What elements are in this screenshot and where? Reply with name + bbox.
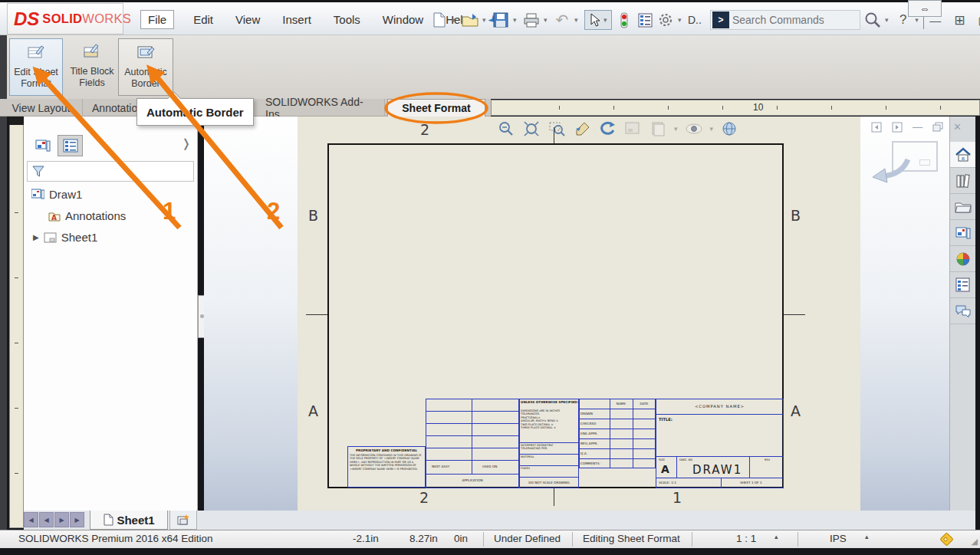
- first-sheet-button[interactable]: ◀: [24, 512, 38, 527]
- menu-insert[interactable]: Insert: [279, 11, 314, 28]
- undo-icon[interactable]: ↶: [554, 11, 571, 28]
- save-icon[interactable]: [492, 11, 509, 28]
- horizontal-ruler: 10: [491, 100, 980, 116]
- doc-restore-icon[interactable]: [932, 122, 943, 132]
- new-document-icon[interactable]: [431, 11, 448, 28]
- material-label: MATERIAL: [521, 455, 534, 458]
- tab-view-layout[interactable]: View Layout: [0, 99, 83, 117]
- save-caret-icon[interactable]: ▾: [513, 16, 519, 24]
- sheet-format-ribbon: Edit Sheet Format Title Block Fields Aut…: [7, 35, 980, 99]
- rebuild-traffic-light-icon[interactable]: [616, 11, 633, 28]
- redraw-icon[interactable]: [598, 120, 617, 138]
- options-gear-icon[interactable]: [657, 11, 674, 28]
- taskpane-home-button[interactable]: [950, 142, 975, 168]
- previous-sheet-button[interactable]: ◀: [39, 512, 54, 527]
- zoom-icon[interactable]: [497, 120, 515, 138]
- forum-bubbles-icon: [955, 304, 972, 318]
- edit-sheet-format-button[interactable]: Edit Sheet Format: [9, 38, 63, 96]
- menu-window[interactable]: Window: [380, 11, 426, 28]
- previous-view-icon[interactable]: [573, 120, 591, 138]
- layers-caret-icon[interactable]: ▾: [674, 125, 678, 133]
- view-settings-globe-icon[interactable]: [720, 120, 738, 138]
- tree-expand-arrow-icon[interactable]: ▶: [33, 233, 39, 241]
- tile-windows-icon[interactable]: ⊞: [949, 12, 969, 28]
- zoom-to-area-icon[interactable]: [548, 120, 566, 138]
- automatic-border-button[interactable]: Automatic Border: [118, 38, 173, 96]
- size-label: SIZE: [659, 458, 665, 461]
- status-sheet-scale[interactable]: 1 : 1: [736, 533, 756, 544]
- search-input[interactable]: [732, 14, 855, 26]
- open-caret-icon[interactable]: ▾: [482, 16, 488, 24]
- search-commands-box[interactable]: >: [710, 10, 860, 30]
- tag-icon[interactable]: [939, 532, 953, 546]
- print-caret-icon[interactable]: ▾: [544, 16, 550, 24]
- panel-collapse-arrow-icon[interactable]: ❭: [181, 136, 191, 150]
- units-caret-icon[interactable]: ▴: [865, 533, 869, 540]
- tree-item-draw1[interactable]: Draw1: [31, 188, 82, 201]
- taskpane-design-library-button[interactable]: [950, 168, 975, 194]
- sheet-properties-icon[interactable]: [623, 120, 642, 138]
- print-icon[interactable]: [523, 11, 540, 28]
- tree-item-sheet1[interactable]: ▶ Sheet1: [33, 231, 97, 244]
- next-sheet-button[interactable]: ▶: [54, 512, 69, 527]
- last-sheet-button[interactable]: ▶: [70, 512, 84, 527]
- taskpane-custom-properties-button[interactable]: [950, 272, 975, 298]
- magnifier-icon[interactable]: [864, 11, 881, 28]
- taskpane-view-palette-button[interactable]: [950, 220, 975, 246]
- title-block-fields-button[interactable]: Title Block Fields: [66, 38, 118, 96]
- list-icon: [63, 139, 78, 153]
- row-mfg-appr: MFG APPR.: [580, 442, 598, 445]
- next-document-icon[interactable]: [892, 122, 903, 133]
- title-bar: File Edit View Insert Tools Window Help …: [0, 2, 980, 35]
- title-label: TITLE:: [659, 417, 673, 422]
- menu-tools[interactable]: Tools: [331, 11, 363, 28]
- doc-minimize-icon[interactable]: —: [913, 121, 922, 133]
- sheet1-tab-label: Sheet1: [117, 514, 154, 527]
- tree-filter-box[interactable]: [27, 161, 194, 182]
- callout-label-2: 2: [267, 198, 280, 225]
- name-header: NAME: [610, 402, 633, 406]
- date-header: DATE: [633, 402, 656, 406]
- add-sheet-button[interactable]: [169, 511, 197, 530]
- taskpane-forum-button[interactable]: [950, 298, 975, 324]
- dwg-no-label: DWG. NO.: [679, 458, 693, 461]
- collapsed-toolbar-label[interactable]: D..: [688, 14, 702, 26]
- doc-close-icon[interactable]: ✕: [953, 121, 962, 133]
- zoom-to-fit-icon[interactable]: [522, 120, 541, 138]
- tab-sheet-format[interactable]: Sheet Format: [387, 99, 485, 117]
- layers-icon[interactable]: [649, 120, 667, 138]
- title-block-fields-label2: Fields: [79, 77, 104, 88]
- previous-document-icon[interactable]: [871, 122, 882, 133]
- open-document-icon[interactable]: [462, 11, 478, 28]
- select-tool-button[interactable]: ▾: [584, 10, 612, 30]
- scale-caret-icon[interactable]: ▴: [774, 533, 778, 540]
- new-caret-icon[interactable]: ▾: [452, 16, 458, 24]
- eye-caret-icon[interactable]: ▾: [710, 125, 714, 133]
- maximize-icon[interactable]: ▢: [974, 13, 980, 28]
- menu-edit[interactable]: Edit: [190, 11, 216, 28]
- row-comments: COMMENTS:: [580, 461, 600, 465]
- properties-list-icon[interactable]: [636, 11, 653, 28]
- gear-caret-icon[interactable]: ▾: [678, 16, 684, 24]
- appearance-sphere-icon: [955, 251, 971, 267]
- menu-file[interactable]: File: [140, 10, 174, 29]
- proprietary-title: PROPRIETARY AND CONFIDENTIAL: [350, 448, 423, 452]
- books-icon: [955, 173, 971, 189]
- menu-view[interactable]: View: [232, 11, 263, 28]
- automatic-border-icon: [119, 44, 173, 64]
- featuremanager-tree-tab[interactable]: [30, 135, 55, 156]
- tab-solidworks-addins[interactable]: SOLIDWORKS Add-Ins: [256, 99, 385, 117]
- hide-show-eye-icon[interactable]: [685, 120, 703, 138]
- tree-item-annotations[interactable]: A Annotations: [48, 209, 126, 222]
- taskpane-file-explorer-button[interactable]: [950, 194, 975, 220]
- search-caret-icon[interactable]: ▾: [885, 16, 891, 24]
- sheet1-tab[interactable]: Sheet1: [90, 511, 168, 530]
- logo-solid-text: SOLID: [42, 11, 82, 26]
- company-name: <COMPANY NAME>: [656, 404, 784, 409]
- property-manager-tab[interactable]: [58, 135, 83, 156]
- select-caret-icon[interactable]: ▾: [603, 16, 610, 24]
- status-units[interactable]: IPS: [830, 533, 847, 544]
- taskpane-appearances-button[interactable]: [950, 246, 975, 272]
- undo-caret-icon[interactable]: ▾: [574, 16, 580, 24]
- graphics-area[interactable]: ▾ ▾ 2 B A B A 2 1 PROPRIETARY AND CONFID…: [204, 117, 949, 528]
